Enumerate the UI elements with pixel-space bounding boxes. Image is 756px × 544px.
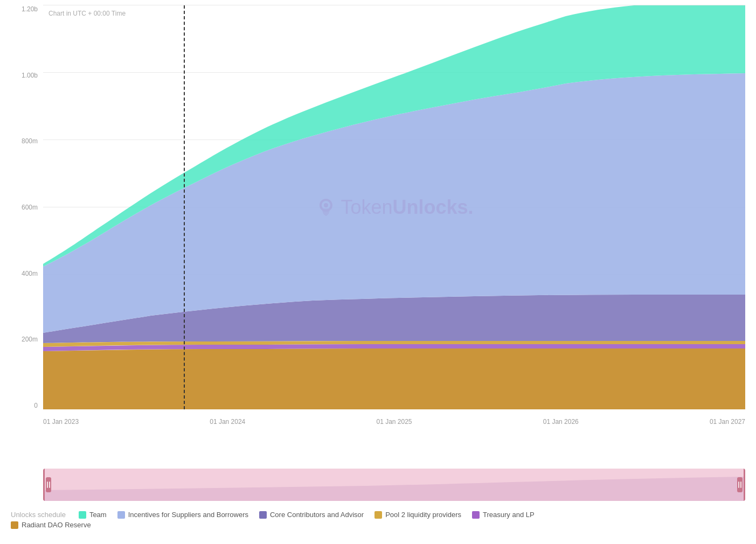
- legend-swatch-treasury: [472, 511, 480, 519]
- handle-lines-left: [47, 482, 50, 488]
- legend-item-pool2: Pool 2 liquidity providers: [374, 511, 461, 519]
- y-axis: 0 200m 400m 600m 800m 1.00b 1.20b: [8, 5, 38, 409]
- handle-line: [740, 482, 741, 488]
- minimap[interactable]: [43, 469, 745, 501]
- y-label-0: 0: [8, 402, 38, 409]
- legend-label-treasury: Treasury and LP: [483, 511, 535, 519]
- y-label-800m: 800m: [8, 137, 38, 145]
- legend-swatch-pool2: [374, 511, 382, 519]
- legend-item-radiant-dao: Radiant DAO Reserve: [11, 521, 745, 529]
- legend: Unlocks schedule Team Incentives for Sup…: [0, 501, 756, 529]
- x-label-2024: 01 Jan 2024: [210, 418, 245, 426]
- legend-swatch-core-contributors: [259, 511, 267, 519]
- chart-area: Chart in UTC + 00:00 Time 0 200m 400m 60…: [43, 5, 745, 409]
- legend-label-team: Team: [89, 511, 107, 519]
- legend-swatch-incentives: [117, 511, 125, 519]
- legend-label-radiant-dao: Radiant DAO Reserve: [22, 521, 91, 529]
- handle-line: [49, 482, 50, 488]
- legend-item-treasury: Treasury and LP: [472, 511, 535, 519]
- legend-title: Unlocks schedule: [11, 511, 66, 519]
- legend-item-team: Team: [79, 511, 107, 519]
- legend-label-pool2: Pool 2 liquidity providers: [385, 511, 461, 519]
- handle-line: [738, 482, 739, 488]
- x-axis: 01 Jan 2023 01 Jan 2024 01 Jan 2025 01 J…: [43, 418, 745, 426]
- minimap-handle-right[interactable]: [737, 477, 743, 492]
- minimap-thumb[interactable]: [43, 469, 745, 501]
- handle-line: [47, 482, 48, 488]
- legend-swatch-radiant-dao: [11, 521, 18, 529]
- y-label-100b: 1.00b: [8, 72, 38, 79]
- legend-label-incentives: Incentives for Suppliers and Borrowers: [128, 511, 248, 519]
- y-label-400m: 400m: [8, 270, 38, 277]
- y-label-600m: 600m: [8, 204, 38, 211]
- legend-item-incentives: Incentives for Suppliers and Borrowers: [117, 511, 248, 519]
- legend-label-core-contributors: Core Contributors and Advisor: [270, 511, 364, 519]
- x-label-2026: 01 Jan 2026: [543, 418, 579, 426]
- legend-swatch-team: [79, 511, 86, 519]
- minimap-handle-left[interactable]: [46, 477, 51, 492]
- y-label-200m: 200m: [8, 336, 38, 343]
- today-line: Today: [184, 5, 185, 409]
- x-label-2025: 01 Jan 2025: [376, 418, 412, 426]
- minimap-container: [0, 469, 756, 501]
- stacked-area-chart: [43, 5, 745, 409]
- legend-row-2: Radiant DAO Reserve: [11, 521, 745, 529]
- handle-lines-right: [738, 482, 741, 488]
- chart-container: Chart in UTC + 00:00 Time 0 200m 400m 60…: [0, 0, 756, 469]
- legend-item-core-contributors: Core Contributors and Advisor: [259, 511, 364, 519]
- x-label-2027: 01 Jan 2027: [710, 418, 745, 426]
- y-label-120b: 1.20b: [8, 5, 38, 13]
- x-label-2023: 01 Jan 2023: [43, 418, 79, 426]
